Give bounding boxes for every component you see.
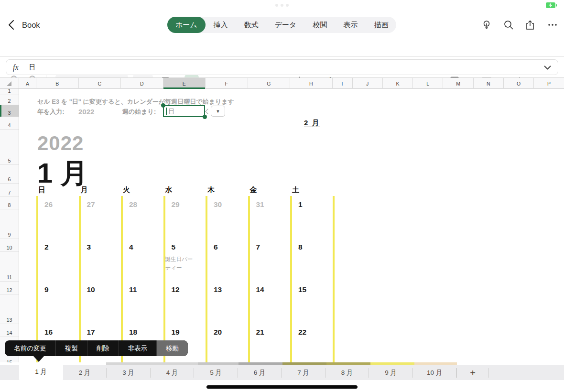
sheet-tab-2月[interactable]: 2 月 [63, 365, 107, 381]
calendar-date-cell[interactable]: 5 [172, 243, 176, 251]
select-all-button[interactable] [0, 78, 19, 89]
calendar-date-cell[interactable]: 11 [129, 285, 137, 294]
sheet-tab-5月[interactable]: 5 月 [194, 365, 238, 381]
row-header-13[interactable]: 13 [0, 294, 19, 324]
back-button[interactable] [7, 19, 18, 31]
calendar-date-cell[interactable]: 19 [172, 328, 180, 337]
column-header-B[interactable]: B [36, 78, 79, 89]
more-options-icon[interactable] [547, 19, 558, 31]
calendar-date-cell[interactable]: 18 [129, 328, 137, 337]
row-header-11[interactable]: 11 [0, 252, 19, 282]
year-value-cell[interactable]: 2022 [78, 108, 94, 116]
context-menu-item-名前の変更[interactable]: 名前の変更 [5, 340, 55, 356]
calendar-date-cell[interactable]: 28 [129, 200, 137, 209]
column-header-P[interactable]: P [534, 78, 564, 89]
column-header-F[interactable]: F [206, 78, 248, 89]
selected-cell-E3[interactable]: 日 [163, 105, 205, 117]
ribbon-tab-ホーム[interactable]: ホーム [167, 17, 206, 33]
column-header-L[interactable]: L [413, 78, 443, 89]
column-header-I[interactable]: I [333, 78, 353, 89]
calendar-date-cell[interactable]: 4 [129, 243, 133, 251]
ribbon-tab-挿入[interactable]: 挿入 [206, 17, 236, 33]
calendar-date-cell[interactable]: 6 [214, 243, 218, 251]
ribbon-tab-表示[interactable]: 表示 [335, 17, 366, 33]
formula-bar-value[interactable]: 日 [29, 63, 36, 72]
calendar-date-cell[interactable]: 20 [214, 328, 222, 337]
column-header-M[interactable]: M [443, 78, 473, 89]
context-menu-item-複製[interactable]: 複製 [55, 340, 87, 356]
formula-bar-expand-chevron-icon[interactable] [544, 63, 551, 72]
add-sheet-button[interactable]: + [456, 365, 489, 381]
share-icon[interactable] [525, 19, 536, 31]
calendar-date-cell[interactable]: 22 [298, 328, 306, 337]
row-header-14[interactable]: 14 [0, 324, 19, 337]
ribbon-tab-描画[interactable]: 描画 [366, 17, 396, 33]
home-indicator[interactable] [206, 385, 358, 389]
sheet-tab-3月[interactable]: 3 月 [107, 365, 151, 381]
sheet-tab-4月[interactable]: 4 月 [151, 365, 195, 381]
search-icon[interactable] [503, 19, 514, 31]
context-menu-item-移動[interactable]: 移動 [156, 340, 188, 356]
selection-handle-bottom-right[interactable] [203, 115, 207, 119]
context-menu-item-非表示[interactable]: 非表示 [119, 340, 157, 356]
row-header-6[interactable]: 6 [0, 165, 19, 184]
row-header-12[interactable]: 12 [0, 282, 19, 294]
formula-bar[interactable]: fx 日 [6, 59, 558, 75]
row-header-8[interactable]: 8 [0, 197, 19, 209]
ribbon-tab-校閲[interactable]: 校閲 [304, 17, 335, 33]
ribbon-tab-データ[interactable]: データ [267, 17, 305, 33]
calendar-date-cell[interactable]: 16 [44, 328, 53, 337]
column-header-H[interactable]: H [290, 78, 333, 89]
sheet-tab-6月[interactable]: 6 月 [238, 365, 282, 381]
row-header-10[interactable]: 10 [0, 239, 19, 252]
calendar-date-cell[interactable]: 9 [44, 285, 49, 294]
next-month-link[interactable]: 2 月 [304, 119, 320, 128]
data-validation-dropdown-button[interactable]: ▼ [206, 106, 225, 117]
sheet-tab-7月[interactable]: 7 月 [282, 365, 325, 381]
calendar-date-cell[interactable]: 14 [256, 285, 264, 294]
row-header-3[interactable]: 3 [0, 105, 19, 117]
row-header-5[interactable]: 5 [0, 130, 19, 165]
calendar-date-cell[interactable]: 17 [87, 328, 95, 337]
spreadsheet-area[interactable]: セル E3 を "日" に変更すると、カレンダーが毎週日曜日で始まります 年を入… [19, 89, 564, 362]
sheet-tab-1月[interactable]: 1 月 [19, 363, 63, 381]
calendar-event-note[interactable]: 誕生日パーティー [165, 255, 196, 272]
column-header-O[interactable]: O [504, 78, 534, 89]
row-header-2[interactable]: 2 [0, 95, 19, 105]
calendar-date-cell[interactable]: 21 [256, 328, 264, 337]
calendar-date-cell[interactable]: 7 [256, 243, 260, 251]
calendar-date-cell[interactable]: 13 [214, 285, 222, 294]
column-header-E[interactable]: E [163, 78, 206, 89]
column-header-K[interactable]: K [383, 78, 413, 89]
ideas-lightbulb-icon[interactable] [481, 19, 492, 31]
row-header-7[interactable]: 7 [0, 184, 19, 197]
column-header-G[interactable]: G [248, 78, 291, 89]
calendar-date-cell[interactable]: 26 [44, 200, 53, 209]
context-menu-item-削除[interactable]: 削除 [87, 340, 119, 356]
calendar-date-cell[interactable]: 10 [87, 285, 95, 294]
calendar-date-cell[interactable]: 12 [172, 285, 180, 294]
ribbon-tab-数式[interactable]: 数式 [236, 17, 267, 33]
calendar-date-cell[interactable]: 31 [256, 200, 264, 209]
row-header-9[interactable]: 9 [0, 209, 19, 239]
calendar-date-cell[interactable]: 27 [87, 200, 95, 209]
sheet-tab-9月[interactable]: 9 月 [369, 365, 413, 381]
document-title[interactable]: Book [22, 21, 40, 30]
calendar-date-cell[interactable]: 3 [87, 243, 91, 251]
calendar-date-cell[interactable]: 29 [172, 200, 180, 209]
column-header-J[interactable]: J [353, 78, 383, 89]
row-header-4[interactable]: 4 [0, 117, 19, 130]
calendar-date-cell[interactable]: 8 [298, 243, 303, 251]
row-header-1[interactable]: 1 [0, 89, 19, 95]
column-header-A[interactable]: A [19, 78, 36, 89]
selection-handle-top-left[interactable] [161, 103, 165, 108]
calendar-date-cell[interactable]: 30 [214, 200, 222, 209]
sheet-tab-8月[interactable]: 8 月 [325, 365, 369, 381]
sheet-tab-10月[interactable]: 10 月 [413, 365, 457, 381]
column-header-D[interactable]: D [121, 78, 163, 89]
column-header-N[interactable]: N [474, 78, 504, 89]
calendar-date-cell[interactable]: 15 [298, 285, 306, 294]
calendar-date-cell[interactable]: 2 [44, 243, 49, 251]
calendar-date-cell[interactable]: 1 [298, 200, 303, 209]
column-header-C[interactable]: C [79, 78, 121, 89]
